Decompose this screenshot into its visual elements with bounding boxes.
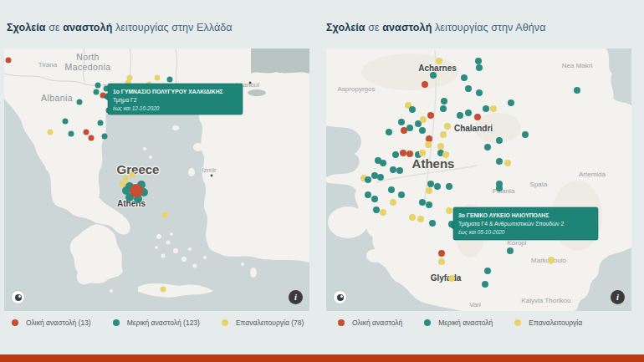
school-marker[interactable] <box>474 114 481 120</box>
school-marker[interactable] <box>84 130 89 135</box>
school-marker[interactable] <box>484 144 491 150</box>
school-marker[interactable] <box>426 135 432 142</box>
school-marker[interactable] <box>89 135 95 141</box>
school-marker[interactable] <box>123 176 129 181</box>
school-marker[interactable] <box>476 64 483 71</box>
school-marker[interactable] <box>430 72 437 79</box>
school-marker[interactable] <box>371 172 378 179</box>
school-marker[interactable] <box>390 166 396 173</box>
school-marker[interactable] <box>167 77 173 83</box>
school-marker[interactable] <box>441 98 447 105</box>
school-marker[interactable] <box>444 123 451 130</box>
school-marker[interactable] <box>401 127 407 134</box>
school-marker[interactable] <box>417 216 424 222</box>
school-marker[interactable] <box>6 58 12 64</box>
school-marker[interactable] <box>574 87 580 94</box>
school-marker[interactable] <box>386 129 392 135</box>
school-marker[interactable] <box>465 85 472 92</box>
school-marker[interactable] <box>427 181 434 187</box>
school-marker[interactable] <box>122 186 130 195</box>
school-marker[interactable] <box>419 199 426 206</box>
school-marker[interactable] <box>440 105 447 112</box>
map-panel-greece[interactable]: NorthMacedoniaAlbaniaTiranaThessalonikiG… <box>4 48 309 311</box>
school-marker[interactable] <box>548 257 555 263</box>
map-panel-athens[interactable]: AcharnesAspropyrgosNea MakriChalandriAth… <box>326 48 631 311</box>
mapbox-attribution-icon[interactable] <box>11 290 25 304</box>
school-marker[interactable] <box>396 167 403 174</box>
school-marker[interactable] <box>120 181 125 187</box>
school-marker[interactable] <box>406 150 413 157</box>
school-marker[interactable] <box>438 250 445 257</box>
school-marker[interactable] <box>388 186 395 193</box>
school-marker[interactable] <box>371 196 378 202</box>
school-marker[interactable] <box>508 99 514 106</box>
school-marker[interactable] <box>398 119 405 125</box>
school-marker[interactable] <box>162 212 168 218</box>
school-marker[interactable] <box>507 247 514 254</box>
school-marker[interactable] <box>98 120 104 126</box>
school-marker[interactable] <box>365 176 371 183</box>
school-marker[interactable] <box>373 206 380 213</box>
school-marker[interactable] <box>446 207 452 214</box>
school-marker[interactable] <box>446 183 452 190</box>
school-marker[interactable] <box>419 150 426 156</box>
school-marker[interactable] <box>420 116 427 123</box>
school-marker[interactable] <box>77 99 83 105</box>
school-marker[interactable] <box>130 184 143 197</box>
school-marker[interactable] <box>95 83 101 89</box>
school-marker[interactable] <box>457 112 463 119</box>
school-marker[interactable] <box>155 75 161 81</box>
school-marker[interactable] <box>522 131 529 138</box>
school-marker[interactable] <box>400 150 406 156</box>
school-marker[interactable] <box>48 130 54 135</box>
school-marker[interactable] <box>496 158 503 165</box>
school-marker[interactable] <box>426 201 432 208</box>
school-marker[interactable] <box>392 151 399 158</box>
school-marker[interactable] <box>429 220 436 227</box>
school-marker[interactable] <box>419 127 426 134</box>
info-icon[interactable]: i <box>611 290 625 304</box>
info-icon[interactable]: i <box>289 290 303 304</box>
school-marker[interactable] <box>130 172 135 178</box>
school-marker[interactable] <box>102 134 108 140</box>
school-marker[interactable] <box>465 110 472 116</box>
school-marker[interactable] <box>426 187 432 194</box>
school-marker[interactable] <box>434 183 441 190</box>
school-marker[interactable] <box>127 75 133 81</box>
school-marker[interactable] <box>63 119 69 125</box>
school-marker[interactable] <box>94 89 100 95</box>
school-marker[interactable] <box>490 105 497 112</box>
school-marker[interactable] <box>437 143 444 150</box>
school-marker[interactable] <box>409 106 416 113</box>
school-marker[interactable] <box>461 74 468 81</box>
school-marker[interactable] <box>448 275 455 282</box>
school-marker[interactable] <box>69 131 74 137</box>
school-marker[interactable] <box>427 112 434 119</box>
school-marker[interactable] <box>161 287 166 293</box>
school-marker[interactable] <box>442 151 449 158</box>
school-marker[interactable] <box>422 81 428 88</box>
mapbox-attribution-icon[interactable] <box>333 290 347 304</box>
school-marker[interactable] <box>483 105 489 112</box>
school-marker[interactable] <box>484 268 491 274</box>
school-marker[interactable] <box>504 160 511 166</box>
school-marker[interactable] <box>406 125 413 131</box>
school-marker[interactable] <box>409 214 416 221</box>
school-marker[interactable] <box>496 185 503 191</box>
school-marker[interactable] <box>425 141 432 148</box>
school-marker[interactable] <box>390 199 396 206</box>
school-marker[interactable] <box>440 131 447 138</box>
school-marker[interactable] <box>436 58 442 64</box>
school-marker[interactable] <box>496 137 503 144</box>
school-marker[interactable] <box>438 258 445 265</box>
school-marker[interactable] <box>476 89 483 96</box>
school-marker[interactable] <box>380 209 386 216</box>
greece-map-canvas[interactable]: NorthMacedoniaAlbaniaTiranaThessalonikiG… <box>4 48 309 311</box>
school-marker[interactable] <box>377 174 384 181</box>
school-marker[interactable] <box>398 191 405 198</box>
school-marker[interactable] <box>380 160 386 166</box>
school-marker[interactable] <box>482 281 488 288</box>
athens-map-canvas[interactable]: AcharnesAspropyrgosNea MakriChalandriAth… <box>326 48 631 311</box>
school-marker[interactable] <box>365 191 371 198</box>
school-marker[interactable] <box>475 58 482 64</box>
